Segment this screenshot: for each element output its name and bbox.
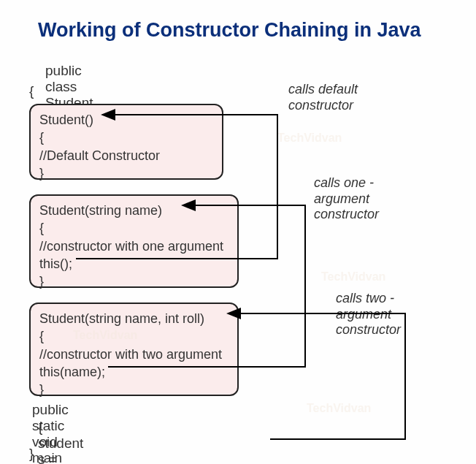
watermark-text: TechVidvan (307, 402, 371, 415)
annotation-calls-two-arg: calls two - argument constructor (336, 291, 401, 338)
code-line: { (38, 419, 84, 436)
code-line: Student(string name, int roll) (39, 310, 229, 327)
watermark-text: TechVidvan (321, 270, 385, 284)
watermark-text: TechVidvan (277, 132, 342, 145)
code-line: Student() (39, 111, 213, 129)
code-line: } (39, 164, 213, 182)
code-line: //Default Constructor (39, 147, 213, 164)
class-brace-open: { (29, 83, 34, 99)
annotation-calls-one-arg: calls one - argument constructor (314, 175, 379, 223)
annotation-line: argument (336, 307, 401, 323)
code-line: this(); (39, 255, 229, 273)
code-line: { (39, 129, 213, 146)
code-line: //constructor with two argument (39, 346, 229, 363)
code-line: Student(string name) (39, 202, 229, 219)
class-brace-close: } (29, 446, 34, 462)
annotation-line: calls two - (336, 291, 401, 307)
code-line: this(name); (39, 363, 229, 381)
annotation-line: calls one - (314, 175, 379, 191)
annotation-line: argument (314, 191, 379, 208)
watermark-text: TechVidvan (73, 329, 137, 342)
annotation-calls-default: calls default constructor (288, 82, 358, 113)
constructor-box-two-arg: Student(string name, int roll) { //const… (29, 303, 239, 396)
code-line: student s = new student ("Ravi", 101); (38, 436, 84, 464)
code-line: //constructor with one argument (39, 237, 229, 255)
main-method-body: { student s = new student ("Ravi", 101);… (38, 419, 84, 464)
constructor-box-default: Student() { //Default Constructor } (29, 104, 223, 180)
annotation-line: constructor (314, 207, 379, 223)
annotation-line: constructor (336, 322, 401, 338)
code-line: } (39, 273, 229, 290)
code-line: { (39, 219, 229, 237)
annotation-line: calls default (288, 82, 358, 98)
code-line: } (39, 381, 229, 398)
annotation-line: constructor (288, 98, 358, 114)
constructor-box-one-arg: Student(string name) { //constructor wit… (29, 194, 239, 288)
diagram-title: Working of Constructor Chaining in Java (0, 0, 476, 42)
